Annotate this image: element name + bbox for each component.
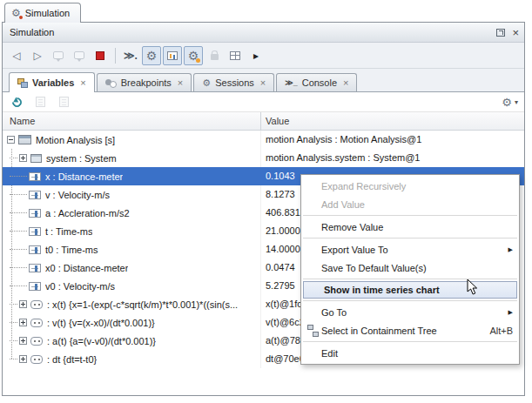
toolbar-separator: [115, 48, 116, 64]
tab-label: Sessions: [215, 77, 254, 88]
tab-breakpoints[interactable]: Breakpoints×: [97, 73, 192, 91]
variables-toolbar: ⚙ ▾: [3, 92, 524, 112]
tab-close-icon[interactable]: ×: [260, 77, 266, 88]
row-name: x0 : Distance-meter: [45, 263, 128, 273]
value-icon: [29, 227, 41, 236]
row-name: a : Accleration-m/s2: [45, 208, 130, 218]
table-options-button[interactable]: ⚙ ▾: [502, 97, 518, 108]
tab-close-icon[interactable]: ×: [343, 77, 348, 88]
tree-connector: [10, 322, 17, 323]
expand-icon[interactable]: [19, 337, 27, 345]
row-name-cell: : a(t) {a=(v-v0)/(dt*0.001)}: [3, 332, 261, 350]
expand-icon[interactable]: [19, 319, 27, 326]
step-forward-button[interactable]: ▷: [28, 46, 47, 65]
tree-connector: [10, 231, 27, 232]
tab-variables[interactable]: Variables×: [9, 72, 95, 92]
gear-icon: ⚙: [502, 97, 512, 108]
tree-connector: [10, 249, 27, 250]
menu-item-save-to-default-value-s[interactable]: Save To Default Value(s): [301, 259, 519, 277]
row-name: t : Time-ms: [45, 226, 92, 237]
tab-label: Variables: [32, 77, 74, 88]
menu-item-remove-value[interactable]: Remove Value: [301, 218, 519, 236]
lock-button[interactable]: [205, 46, 224, 65]
menu-item-label: Export Value To: [321, 245, 502, 255]
row-name: x : Distance-meter: [45, 171, 123, 182]
expand-icon[interactable]: [19, 154, 27, 162]
column-header-value[interactable]: Value: [266, 116, 289, 126]
menu-gutter: [304, 218, 321, 236]
tree-row-motion-analysis-s[interactable]: Motion Analysis [s]motion Analysis : Mot…: [3, 131, 524, 149]
row-name: Motion Analysis [s]: [36, 135, 115, 145]
export-value-button[interactable]: [32, 94, 48, 110]
window-titlebar[interactable]: Simulation ×: [3, 23, 524, 43]
close-window-button[interactable]: ×: [512, 27, 519, 38]
menu-separator: [303, 341, 517, 342]
submenu-arrow-icon: ▶: [508, 246, 513, 253]
show-documentation-button[interactable]: [70, 46, 89, 65]
part-icon: [30, 154, 42, 163]
constraint-icon: [30, 300, 43, 309]
expand-icon[interactable]: [19, 355, 27, 363]
menu-gutter: [304, 344, 321, 362]
containment-tree-icon: [304, 321, 321, 339]
context-menu: Expand RecursivelyAdd ValueRemove ValueE…: [300, 174, 520, 365]
menu-separator: [303, 238, 517, 238]
tab-console[interactable]: ≫_Console×: [276, 73, 357, 91]
chevrons-icon: ≫.: [124, 50, 138, 61]
column-header-name[interactable]: Name: [10, 116, 35, 126]
menu-gutter: [304, 177, 321, 195]
collapse-icon[interactable]: [7, 136, 15, 144]
tree-connector: [10, 359, 17, 359]
screen: ⚙ Simulation Simulation × ◁▷≫.⚙⚙▸ Variab…: [0, 0, 532, 403]
tab-close-icon[interactable]: ×: [80, 77, 85, 88]
expand-icon[interactable]: [19, 300, 27, 308]
simulation-options-button[interactable]: ≫.: [121, 46, 140, 65]
row-name-cell: : x(t) {x=1-(exp(-c*sqrt(k/m)*t*0.001)*(…: [3, 295, 261, 313]
menu-item-show-in-time-series-chart[interactable]: Show in time series chart: [303, 281, 517, 299]
simulation-config-button[interactable]: ⚙: [142, 46, 161, 65]
float-window-button[interactable]: [496, 29, 505, 37]
step-back-button[interactable]: ◁: [7, 46, 26, 65]
menu-item-label: Remove Value: [321, 222, 513, 232]
row-value: motion Analysis.system : System@1: [266, 149, 522, 167]
row-name-cell: v0 : Velocity-m/s: [3, 277, 261, 295]
menu-item-label: Select in Containment Tree: [321, 326, 479, 336]
tree-row-system-system[interactable]: system : Systemmotion Analysis.system : …: [3, 149, 524, 167]
auto-run-toggle-button[interactable]: ⚙: [184, 46, 203, 65]
terminate-button[interactable]: [91, 46, 110, 65]
row-name-cell: t : Time-ms: [3, 222, 261, 240]
menu-item-export-value-to[interactable]: Export Value To▶: [301, 240, 519, 259]
toolbar-overflow-button[interactable]: ▸: [246, 46, 266, 65]
window-buttons: ×: [496, 27, 519, 38]
main-toolbar: ◁▷≫.⚙⚙▸: [3, 43, 524, 69]
tree-connector: [10, 212, 27, 213]
tab-sessions[interactable]: ⚙Sessions×: [193, 73, 274, 91]
menu-gutter: [304, 259, 321, 277]
mouse-cursor: [467, 279, 479, 297]
caret-down-icon: ▾: [515, 98, 518, 106]
status-dot: [19, 16, 23, 19]
animation-toggle-button[interactable]: [163, 46, 182, 65]
menu-item-edit[interactable]: Edit: [301, 344, 519, 362]
tab-close-icon[interactable]: ×: [178, 77, 183, 88]
row-name-cell: t0 : Time-ms: [3, 240, 261, 259]
block-icon: [18, 135, 31, 144]
chart-icon: [167, 51, 178, 60]
export-table-button[interactable]: [226, 46, 245, 65]
refresh-button[interactable]: [9, 94, 24, 110]
menu-item-label: Show in time series chart: [324, 285, 510, 295]
show-comment-button[interactable]: [49, 46, 68, 65]
value-icon: [29, 172, 41, 181]
value-icon: [29, 282, 41, 291]
menu-item-go-to[interactable]: Go To▶: [301, 303, 519, 321]
menu-item-select-in-containment-tree[interactable]: Select in Containment TreeAlt+B: [301, 321, 519, 339]
row-name-cell: x : Distance-meter: [3, 167, 261, 185]
dock-tab-simulation[interactable]: ⚙ Simulation: [4, 3, 81, 23]
save-to-default-button[interactable]: [56, 94, 71, 110]
tab-label: Breakpoints: [121, 77, 172, 88]
tree-connector: [10, 304, 17, 305]
row-name: : a(t) {a=(v-v0)/(dt*0.001)}: [47, 336, 156, 346]
row-name: : x(t) {x=1-(exp(-c*sqrt(k/m)*t*0.001)*(…: [47, 299, 238, 310]
menu-item-label: Edit: [321, 348, 513, 359]
menu-separator: [303, 279, 517, 279]
